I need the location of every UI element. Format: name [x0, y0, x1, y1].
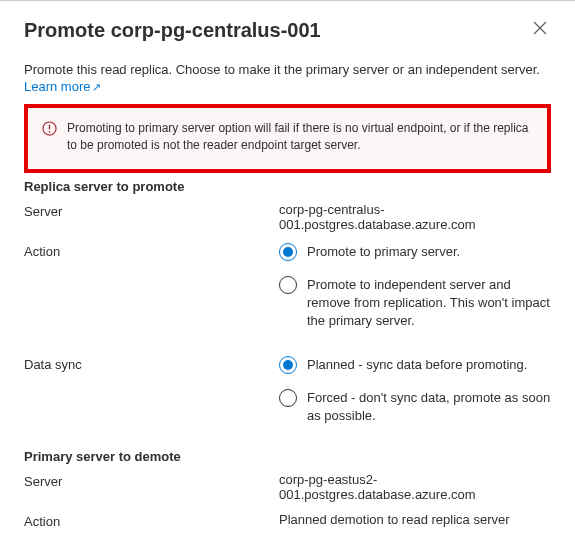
action-option-label: Promote to independent server and remove…	[307, 275, 551, 331]
sync-options: Planned - sync data before promoting. Fo…	[279, 355, 551, 440]
primary-action-row: Action Planned demotion to read replica …	[24, 512, 551, 529]
svg-point-2	[49, 131, 51, 133]
panel-title: Promote corp-pg-centralus-001	[24, 19, 321, 42]
replica-server-row: Server corp-pg-centralus-001.postgres.da…	[24, 202, 551, 232]
radio-unselected-icon	[279, 276, 297, 294]
error-icon	[42, 121, 57, 139]
external-link-icon: ↗	[92, 81, 101, 93]
replica-server-value: corp-pg-centralus-001.postgres.database.…	[279, 202, 551, 232]
replica-server-label: Server	[24, 202, 279, 219]
primary-section-title: Primary server to demote	[24, 449, 551, 464]
action-option-independent[interactable]: Promote to independent server and remove…	[279, 275, 551, 331]
primary-action-value: Planned demotion to read replica server	[279, 512, 551, 527]
primary-server-row: Server corp-pg-eastus2-001.postgres.data…	[24, 472, 551, 502]
learn-more-link[interactable]: Learn more↗	[24, 79, 101, 94]
sync-option-label: Planned - sync data before promoting.	[307, 355, 527, 374]
radio-unselected-icon	[279, 389, 297, 407]
sync-option-label: Forced - don't sync data, promote as soo…	[307, 388, 551, 425]
action-options: Promote to primary server. Promote to in…	[279, 242, 551, 345]
learn-more-label: Learn more	[24, 79, 90, 94]
action-option-label: Promote to primary server.	[307, 242, 460, 261]
intro-text: Promote this read replica. Choose to mak…	[24, 62, 551, 77]
primary-action-label: Action	[24, 512, 279, 529]
action-option-primary[interactable]: Promote to primary server.	[279, 242, 551, 261]
data-sync-label: Data sync	[24, 355, 279, 372]
close-icon[interactable]	[529, 19, 551, 40]
radio-selected-icon	[279, 356, 297, 374]
replica-section-title: Replica server to promote	[24, 179, 551, 194]
warning-alert: Promoting to primary server option will …	[24, 104, 551, 173]
panel-header: Promote corp-pg-centralus-001	[24, 19, 551, 42]
alert-text: Promoting to primary server option will …	[67, 120, 533, 155]
action-row: Action Promote to primary server. Promot…	[24, 242, 551, 345]
promote-panel: Promote corp-pg-centralus-001 Promote th…	[0, 0, 575, 558]
sync-option-planned[interactable]: Planned - sync data before promoting.	[279, 355, 551, 374]
radio-selected-icon	[279, 243, 297, 261]
primary-server-value: corp-pg-eastus2-001.postgres.database.az…	[279, 472, 551, 502]
data-sync-row: Data sync Planned - sync data before pro…	[24, 355, 551, 440]
primary-server-label: Server	[24, 472, 279, 489]
action-label: Action	[24, 242, 279, 259]
sync-option-forced[interactable]: Forced - don't sync data, promote as soo…	[279, 388, 551, 425]
